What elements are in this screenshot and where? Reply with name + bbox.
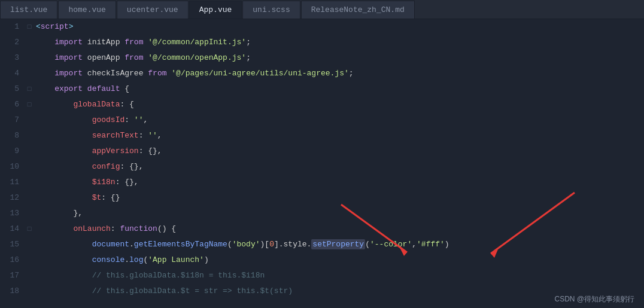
fold-1: □ [25, 19, 34, 35]
code-line-4: 4 import checkIsAgree from '@/pages/uni-… [0, 66, 644, 81]
fold-14: □ [25, 221, 34, 237]
line-num-18: 18 [0, 283, 25, 299]
code-line-10: 10 config: {}, [0, 159, 644, 175]
code-13: }, [34, 206, 83, 221]
code-16: console.log('App Launch') [34, 252, 209, 268]
code-17: // this.globalData.$i18n = this.$i18n [34, 268, 265, 283]
code-18: // this.globalData.$t = str => this.$t(s… [34, 283, 293, 299]
line-num-5: 5 [0, 81, 25, 97]
code-line-6: 6 □ globalData: { [0, 97, 644, 112]
code-3: import openApp from '@/common/openApp.js… [34, 50, 251, 66]
code-line-2: 2 import initApp from '@/common/appInit.… [0, 35, 644, 50]
tab-ucenter-vue[interactable]: ucenter.vue [117, 1, 189, 19]
line-num-11: 11 [0, 175, 25, 190]
line-num-6: 6 [0, 97, 25, 112]
code-line-15: 15 document.getElementsByTagName('body')… [0, 237, 644, 252]
line-num-9: 9 [0, 144, 25, 159]
code-9: appVersion: {}, [34, 144, 162, 159]
code-15: document.getElementsByTagName('body')[0]… [34, 237, 449, 252]
code-12: $t: {} [34, 190, 120, 206]
code-editor: 1 □ <script> 2 import initApp from '@/co… [0, 19, 644, 308]
code-8: searchText: '', [34, 128, 162, 144]
code-line-11: 11 $i18n: {}, [0, 175, 644, 190]
code-line-14: 14 □ onLaunch: function() { [0, 221, 644, 237]
code-line-8: 8 searchText: '', [0, 128, 644, 144]
tab-bar: list.vue home.vue ucenter.vue App.vue un… [0, 0, 644, 19]
line-num-17: 17 [0, 268, 25, 283]
line-num-13: 13 [0, 206, 25, 221]
watermark: CSDN @得知此事须躬行 [554, 294, 634, 304]
line-num-16: 16 [0, 252, 25, 268]
code-line-13: 13 }, [0, 206, 644, 221]
line-num-10: 10 [0, 159, 25, 175]
line-num-1: 1 [0, 19, 25, 35]
code-line-1: 1 □ <script> [0, 19, 644, 35]
tab-app-vue[interactable]: App.vue [189, 1, 242, 19]
code-line-5: 5 □ export default { [0, 81, 644, 97]
code-line-12: 12 $t: {} [0, 190, 644, 206]
tab-releasenote[interactable]: ReleaseNote_zh_CN.md [301, 1, 415, 19]
code-2: import initApp from '@/common/appInit.js… [34, 35, 251, 50]
line-num-4: 4 [0, 66, 25, 81]
line-num-3: 3 [0, 50, 25, 66]
code-line-3: 3 import openApp from '@/common/openApp.… [0, 50, 644, 66]
tab-uni-scss[interactable]: uni.scss [242, 1, 300, 19]
line-num-7: 7 [0, 112, 25, 128]
code-4: import checkIsAgree from '@/pages/uni-ag… [34, 66, 354, 81]
code-line-9: 9 appVersion: {}, [0, 144, 644, 159]
fold-6: □ [25, 97, 34, 112]
code-line-18: 18 // this.globalData.$t = str => this.$… [0, 283, 644, 299]
code-1: <script> [34, 19, 73, 35]
code-11: $i18n: {}, [34, 175, 139, 190]
line-num-15: 15 [0, 237, 25, 252]
tab-home-vue[interactable]: home.vue [58, 1, 116, 19]
line-num-14: 14 [0, 221, 25, 237]
line-num-8: 8 [0, 128, 25, 144]
code-5: export default { [34, 81, 129, 97]
code-line-16: 16 console.log('App Launch') [0, 252, 644, 268]
code-14: onLaunch: function() { [34, 221, 176, 237]
line-num-2: 2 [0, 35, 25, 50]
tab-list-vue[interactable]: list.vue [0, 1, 57, 19]
code-6: globalData: { [34, 97, 134, 112]
fold-5: □ [25, 81, 34, 97]
code-7: goodsId: '', [34, 112, 148, 128]
code-line-17: 17 // this.globalData.$i18n = this.$i18n [0, 268, 644, 283]
line-num-12: 12 [0, 190, 25, 206]
code-line-7: 7 goodsId: '', [0, 112, 644, 128]
code-10: config: {}, [34, 159, 143, 175]
